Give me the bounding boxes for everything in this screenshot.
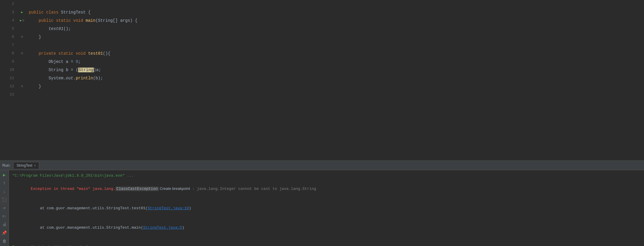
line-content-4: public static void main(String[] args) {	[26, 16, 644, 25]
console-empty-line	[12, 237, 640, 244]
exception-detail: : java.lang.Integer cannot be cast to ja…	[190, 187, 316, 191]
console-output: "C:\Program Files\Java\jdk1.8.0_291\bin\…	[9, 170, 644, 246]
line-content-10: String b = (String)a;	[26, 66, 644, 74]
code-editor: 2 3 ▶ public class StringTest { 4 ▶ ▽ pu…	[0, 0, 644, 160]
line-num-7: 7	[0, 41, 18, 49]
toolbar-list-button[interactable]: ≡↕	[1, 213, 8, 219]
console-line-3: at com.guor.management.utils.StringTest.…	[12, 199, 640, 218]
toolbar-print-button[interactable]: 🖨	[1, 222, 8, 227]
line-num-4: 4	[0, 16, 18, 25]
toolbar-delete-button[interactable]: 🗑	[1, 238, 8, 244]
line-content-2	[26, 0, 644, 8]
gutter-11	[18, 74, 26, 82]
gutter-12[interactable]: ▽	[18, 82, 26, 91]
code-line-12: 12 ▽ }	[0, 82, 644, 91]
code-line-3: 3 ▶ public class StringTest {	[0, 8, 644, 16]
fold-icon-6[interactable]: ▽	[21, 33, 23, 41]
code-line-13: 13	[0, 91, 644, 99]
gutter-10	[18, 66, 26, 74]
run-label: Run:	[2, 163, 10, 168]
gutter-5	[18, 25, 26, 33]
gutter-3[interactable]: ▶	[18, 8, 26, 16]
code-line-6: 6 ▽ }	[0, 33, 644, 41]
stack-trace-1-prefix: at com.guor.management.utils.StringTest.…	[31, 206, 148, 210]
gutter-2	[18, 0, 26, 8]
toolbar-rerun-button[interactable]: ↺	[1, 205, 8, 211]
code-line-8: 8 ▽ private static void test01(){	[0, 49, 644, 58]
code-line-10: 10 String b = (String)a;	[0, 66, 644, 74]
line-content-6: }	[26, 33, 644, 41]
run-toolbar: ▶ ↑ ↓ ⬛ ↺ ≡↕ 🖨 📌 🗑	[0, 170, 9, 246]
code-line-4: 4 ▶ ▽ public static void main(String[] a…	[0, 16, 644, 25]
run-body: ▶ ↑ ↓ ⬛ ↺ ≡↕ 🖨 📌 🗑 "C:\Program Files\Jav…	[0, 170, 644, 246]
gutter-13	[18, 91, 26, 99]
console-finished-line: Process finished with exit code 1	[12, 244, 640, 246]
console-line-4: at com.guor.management.utils.StringTest.…	[12, 218, 640, 237]
classcastexception-highlight: ClassCastException	[116, 187, 158, 191]
line-num-9: 9	[0, 58, 18, 66]
create-breakpoint-label[interactable]: Create breakpoint	[159, 186, 190, 191]
gutter-7	[18, 41, 26, 49]
code-line-7: 7	[0, 41, 644, 49]
code-line-11: 11 System.out.println(b);	[0, 74, 644, 82]
tab-close-button[interactable]: ×	[34, 164, 36, 167]
line-content-9: Object a = 0;	[26, 58, 644, 66]
fold-icon-8[interactable]: ▽	[21, 49, 23, 58]
code-line-5: 5 test01();	[0, 25, 644, 33]
fold-icon-4[interactable]: ▽	[22, 16, 24, 25]
toolbar-stop-button[interactable]: ⬛	[1, 197, 8, 203]
toolbar-run-button[interactable]: ▶	[1, 172, 8, 178]
line-content-3: public class StringTest {	[26, 8, 644, 16]
line-num-6: 6	[0, 33, 18, 41]
gutter-9	[18, 58, 26, 66]
line-content-8: private static void test01(){	[26, 49, 644, 58]
console-line-2: Exception in thread "main" java.lang.Cla…	[12, 179, 640, 199]
stack-trace-2-link[interactable]: StringTest.java:5	[143, 225, 182, 230]
line-num-13: 13	[0, 91, 18, 99]
run-icon-3[interactable]: ▶	[21, 8, 23, 16]
fold-icon-12[interactable]: ▽	[21, 82, 23, 91]
stack-trace-2-prefix: at com.guor.management.utils.StringTest.…	[31, 225, 143, 230]
toolbar-up-button[interactable]: ↑	[1, 180, 8, 186]
line-content-7	[26, 41, 644, 49]
run-panel: Run: StringTest × ▶ ↑ ↓ ⬛ ↺ ≡↕ 🖨 📌 🗑 "C:…	[0, 161, 644, 246]
code-line-2: 2	[0, 0, 644, 8]
toolbar-down-button[interactable]: ↓	[1, 188, 8, 194]
line-num-5: 5	[0, 25, 18, 33]
line-num-3: 3	[0, 8, 18, 16]
run-icon-4[interactable]: ▶	[20, 16, 22, 25]
line-content-11: System.out.println(b);	[26, 74, 644, 82]
stack-trace-1-link[interactable]: StringTest.java:10	[148, 206, 189, 210]
stringtest-tab[interactable]: StringTest ×	[13, 162, 39, 169]
line-content-13	[26, 91, 644, 99]
line-content-12: }	[26, 82, 644, 91]
stack-trace-2-suffix: )	[182, 225, 184, 230]
gutter-6[interactable]: ▽	[18, 33, 26, 41]
run-tabs-bar: Run: StringTest ×	[0, 161, 644, 170]
console-line-1: "C:\Program Files\Java\jdk1.8.0_291\bin\…	[12, 173, 640, 179]
line-num-2: 2	[0, 0, 18, 8]
toolbar-pin-button[interactable]: 📌	[1, 230, 8, 236]
line-num-12: 12	[0, 82, 18, 91]
line-num-11: 11	[0, 74, 18, 82]
code-line-9: 9 Object a = 0;	[0, 58, 644, 66]
tab-name: StringTest	[16, 163, 32, 168]
exception-text: Exception in thread "main" java.lang.	[31, 187, 116, 191]
gutter-4[interactable]: ▶ ▽	[18, 16, 26, 25]
line-num-8: 8	[0, 49, 18, 58]
stack-trace-1-suffix: )	[189, 206, 191, 210]
line-content-5: test01();	[26, 25, 644, 33]
line-num-10: 10	[0, 66, 18, 74]
gutter-8[interactable]: ▽	[18, 49, 26, 58]
